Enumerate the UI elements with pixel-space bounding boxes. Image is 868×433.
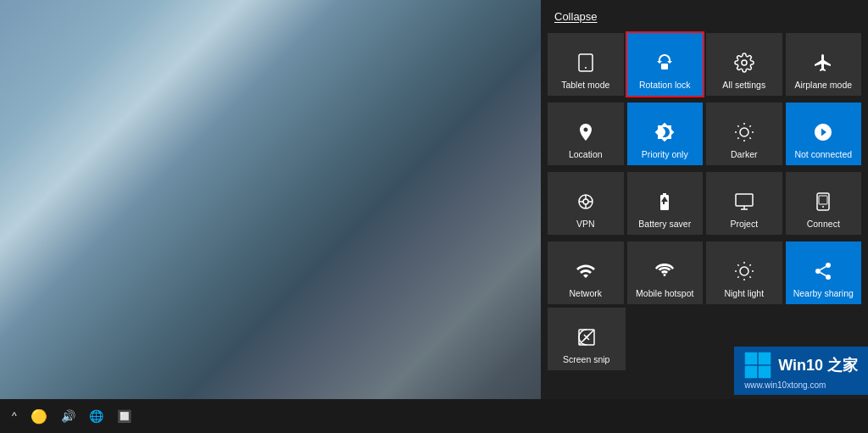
tile-all-settings-label: All settings [722, 80, 765, 91]
tile-rotation-lock[interactable]: Rotation lock [627, 33, 704, 96]
all-settings-icon [734, 53, 754, 76]
svg-line-7 [737, 126, 738, 127]
mobile-hotspot-icon [654, 261, 675, 285]
tile-location[interactable]: Location [548, 103, 624, 165]
svg-rect-19 [736, 194, 753, 206]
svg-rect-2 [661, 64, 668, 69]
svg-line-38 [821, 267, 826, 270]
tile-airplane-mode-label: Airplane mode [794, 80, 852, 91]
taskbar-network-icon[interactable]: 🌐 [84, 409, 108, 423]
airplane-mode-icon [813, 53, 833, 76]
svg-line-11 [737, 138, 738, 139]
tile-project[interactable]: Project [706, 172, 782, 235]
tile-darker[interactable]: Darker [706, 103, 782, 165]
svg-line-29 [749, 277, 750, 278]
tile-battery-saver[interactable]: Battery saver [627, 172, 704, 235]
rotation-lock-icon [654, 53, 675, 76]
tile-airplane-mode[interactable]: Airplane mode [786, 33, 862, 96]
svg-point-35 [815, 269, 821, 274]
screen-snip-icon [576, 327, 597, 351]
svg-point-24 [822, 206, 824, 208]
tile-mobile-hotspot-label: Mobile hotspot [636, 288, 693, 299]
tile-tablet-mode[interactable]: Tablet mode [548, 33, 624, 96]
tile-screen-snip[interactable]: Screen snip [548, 308, 626, 370]
tile-nearby-sharing[interactable]: Nearby sharing [786, 241, 862, 304]
connect-icon [813, 192, 833, 215]
tile-project-label: Project [730, 219, 758, 230]
tile-priority-only-label: Priority only [642, 149, 688, 160]
windows-logo-icon [744, 352, 771, 379]
quick-actions-row-2: Location Priority only [541, 99, 868, 169]
nearby-sharing-icon [813, 261, 833, 285]
watermark-title: Win10 之家 [778, 355, 858, 375]
tile-network[interactable]: Network [548, 241, 624, 304]
tile-not-connected-label: Not connected [794, 149, 852, 160]
network-icon [576, 261, 596, 285]
night-light-icon [734, 261, 754, 285]
svg-point-1 [585, 67, 587, 69]
tile-vpn-label: VPN [576, 219, 595, 230]
svg-line-12 [749, 126, 750, 127]
tile-all-settings[interactable]: All settings [706, 33, 782, 96]
tile-darker-label: Darker [731, 149, 758, 160]
not-connected-icon [813, 122, 833, 146]
taskbar-left: ^ 🟡 🔊 🌐 🔲 [7, 408, 136, 425]
svg-rect-43 [759, 366, 771, 379]
vpn-icon [576, 192, 596, 215]
tile-screen-snip-label: Screen snip [563, 354, 609, 365]
tile-nearby-sharing-label: Nearby sharing [793, 288, 854, 299]
tile-connect[interactable]: Connect [786, 172, 862, 235]
tablet-mode-icon [576, 53, 596, 76]
svg-point-4 [740, 128, 748, 136]
svg-point-36 [826, 275, 831, 280]
svg-line-33 [749, 265, 750, 266]
svg-line-32 [737, 277, 738, 278]
darker-icon [734, 122, 754, 146]
svg-line-37 [821, 273, 826, 276]
watermark: Win10 之家 www.win10xtong.com [734, 347, 868, 395]
svg-point-14 [583, 199, 588, 204]
svg-point-3 [742, 60, 747, 65]
taskbar-action-center-icon[interactable]: 🔲 [112, 409, 136, 423]
battery-saver-icon [654, 192, 675, 215]
desktop-background [0, 0, 541, 433]
svg-point-25 [740, 267, 748, 275]
tile-not-connected[interactable]: Not connected [786, 103, 862, 165]
svg-rect-41 [759, 353, 771, 365]
priority-only-icon [654, 122, 675, 146]
tile-network-label: Network [569, 288, 602, 299]
tile-priority-only[interactable]: Priority only [627, 103, 704, 165]
quick-actions-row-3: VPN Battery saver Project [541, 169, 868, 238]
svg-line-8 [749, 138, 750, 139]
taskbar-start-orb[interactable]: 🟡 [25, 408, 53, 425]
svg-rect-40 [745, 353, 758, 365]
watermark-url: www.win10xtong.com [744, 380, 826, 390]
tile-night-light[interactable]: Night light [706, 241, 782, 304]
tile-rotation-lock-label: Rotation lock [639, 80, 691, 91]
tile-tablet-mode-label: Tablet mode [561, 80, 609, 91]
chevron-up-icon[interactable]: ^ [7, 410, 22, 422]
taskbar: ^ 🟡 🔊 🌐 🔲 [0, 399, 868, 433]
quick-actions-row-4: Network Mobile hotspot [541, 238, 868, 308]
svg-line-28 [737, 265, 738, 266]
tile-location-label: Location [569, 149, 603, 160]
tile-mobile-hotspot[interactable]: Mobile hotspot [627, 241, 704, 304]
taskbar-volume-icon[interactable]: 🔊 [56, 409, 81, 423]
svg-rect-42 [745, 366, 758, 379]
tile-connect-label: Connect [807, 219, 840, 230]
tile-night-light-label: Night light [724, 288, 764, 299]
svg-rect-23 [819, 196, 827, 204]
location-icon [576, 122, 596, 146]
collapse-button[interactable]: Collapse [541, 0, 868, 30]
project-icon [734, 192, 754, 215]
svg-point-34 [826, 263, 831, 268]
quick-actions-row-1: Tablet mode Rotation lock All settings [541, 30, 868, 99]
watermark-top: Win10 之家 [744, 352, 858, 379]
tile-battery-saver-label: Battery saver [638, 219, 691, 230]
tile-vpn[interactable]: VPN [548, 172, 624, 235]
